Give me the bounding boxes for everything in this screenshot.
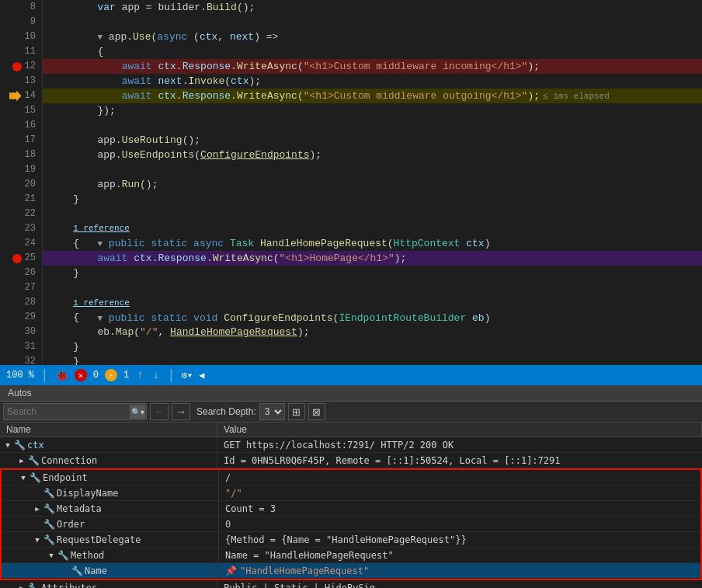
expand-icon[interactable]: ▼ xyxy=(19,473,28,482)
line-29: 29 xyxy=(0,310,36,325)
code-line-13: await next.Invoke(ctx); xyxy=(43,74,702,89)
code-line-30: eb.Map("/", HandleHomePageRequest); xyxy=(43,325,702,339)
wrench-icon: 🔧 xyxy=(43,519,55,530)
nav-back-button[interactable]: ← xyxy=(150,403,169,420)
table-row[interactable]: ▼ 🔧 Method Name = "HandleHomePageRequest… xyxy=(2,548,700,563)
line-21: 21 xyxy=(0,192,36,207)
code-line-10: ▼ app.Use(async (ctx, next) => xyxy=(43,30,702,44)
code-line-23: 1 reference ▼ public static async Task H… xyxy=(43,221,702,236)
wrench-icon: 🔧 xyxy=(57,550,69,561)
cell-name: ▼ 🔧 ctx xyxy=(0,437,217,452)
line-24: 24 xyxy=(0,236,36,251)
var-name: ctx xyxy=(27,440,44,451)
line-26: 26 xyxy=(0,266,36,280)
wrench-icon: 🔧 xyxy=(28,455,40,466)
elapsed-text: ≤ 1ms elapsed xyxy=(543,92,610,101)
nav-down-arrow[interactable]: ↓ xyxy=(151,369,161,381)
var-value: "HandleHomePageRequest" xyxy=(240,565,369,576)
var-name: Attributes xyxy=(41,583,97,589)
line-30: 30 xyxy=(0,325,36,339)
var-name: Method xyxy=(71,550,104,561)
var-name: Name xyxy=(85,565,107,576)
wrench-icon: 🔧 xyxy=(71,565,83,576)
code-line-17: app.UseRouting(); xyxy=(43,133,702,148)
expand-icon[interactable]: ▼ xyxy=(33,535,42,545)
var-name: Metadata xyxy=(57,503,102,514)
code-line-27 xyxy=(43,280,702,295)
var-value: Public | Static | HideBySig xyxy=(224,583,375,589)
cell-value: Id = 0HN5LR0Q6F45P, Remote = [::1]:50524… xyxy=(217,453,702,468)
cell-value: 📌 "HandleHomePageRequest" xyxy=(219,563,700,578)
var-value: 0 xyxy=(225,519,231,530)
pin-column-button[interactable]: ⊞ xyxy=(288,403,305,420)
table-row[interactable]: ▶ 🔧 DisplayName "/" xyxy=(2,485,700,501)
build-icon: ⚙▾ xyxy=(182,370,193,381)
pin-icon[interactable]: 📌 xyxy=(225,565,237,576)
autos-panel: Autos 🔍▾ ← → Search Depth: 3 1 2 4 5 ⊞ ⊠… xyxy=(0,385,702,588)
code-line-31: } xyxy=(43,339,702,354)
nav-up-arrow[interactable]: ↑ xyxy=(135,369,144,381)
code-content: var app = builder.Build(); ▼ app.Use(asy… xyxy=(43,0,702,365)
wrench-icon: 🔧 xyxy=(28,583,40,589)
cell-name: ▶ 🔧 Attributes xyxy=(0,580,217,588)
code-line-16 xyxy=(43,118,702,133)
expand-icon[interactable]: ▶ xyxy=(17,456,26,465)
code-line-12: await ctx.Response.WriteAsync("<h1>Custo… xyxy=(43,59,702,74)
table-row[interactable]: ▶ 🔧 Order 0 xyxy=(2,517,700,532)
code-line-26: } xyxy=(43,266,702,280)
breakpoint-25 xyxy=(12,254,22,263)
autos-header: Autos xyxy=(0,385,702,402)
line-27: 27 xyxy=(0,280,36,295)
wrench-icon: 🔧 xyxy=(43,488,55,499)
nav-forward-button[interactable]: → xyxy=(172,403,190,420)
table-row[interactable]: ▶ 🔧 Name 📌 "HandleHomePageRequest" xyxy=(2,563,700,579)
expand-icon[interactable]: ▼ xyxy=(47,551,56,560)
line-10: 10 xyxy=(0,30,36,44)
line-25: 25 xyxy=(0,251,36,266)
var-value: Count = 3 xyxy=(225,503,276,514)
cell-name: ▼ 🔧 RequestDelegate xyxy=(2,532,219,547)
wrench-icon: 🔧 xyxy=(30,472,41,483)
cell-name: ▶ 🔧 Name xyxy=(2,563,219,578)
table-row[interactable]: ▼ 🔧 Endpoint / xyxy=(2,470,700,485)
expand-icon[interactable]: ▶ xyxy=(33,504,42,513)
expand-all-button[interactable]: ⊠ xyxy=(308,403,325,420)
line-17: 17 xyxy=(0,133,36,148)
autos-toolbar: 🔍▾ ← → Search Depth: 3 1 2 4 5 ⊞ ⊠ xyxy=(0,402,702,423)
line-19: 19 xyxy=(0,162,36,177)
code-line-14: await ctx.Response.WriteAsync("<h1>Custo… xyxy=(43,89,702,103)
var-value: {Method = {Name = "HandleHomePageRequest… xyxy=(225,534,467,545)
var-value: "/" xyxy=(225,488,242,499)
line-8: 8 xyxy=(0,0,36,15)
line-32: 32 xyxy=(0,354,36,365)
code-line-19 xyxy=(43,162,702,177)
cell-value: {Method = {Name = "HandleHomePageRequest… xyxy=(219,532,700,547)
var-value: / xyxy=(225,472,231,483)
cell-value: GET https://localhost:7291/ HTTP/2 200 O… xyxy=(217,437,702,452)
line-15: 15 xyxy=(0,103,36,118)
var-value: Name = "HandleHomePageRequest" xyxy=(225,550,394,561)
table-row[interactable]: ▶ 🔧 Attributes Public | Static | HideByS… xyxy=(0,580,702,588)
table-row[interactable]: ▼ 🔧 RequestDelegate {Method = {Name = "H… xyxy=(2,532,700,548)
table-row[interactable]: ▶ 🔧 Connection Id = 0HN5LR0Q6F45P, Remot… xyxy=(0,453,702,468)
code-line-11: { xyxy=(43,44,702,59)
warning-badge: ⚠ xyxy=(105,369,117,381)
code-line-28: 1 reference ▼ public static void Configu… xyxy=(43,295,702,310)
table-row[interactable]: ▶ 🔧 Metadata Count = 3 xyxy=(2,501,700,517)
depth-select[interactable]: 3 1 2 4 5 xyxy=(259,403,285,420)
code-line-21: } xyxy=(43,192,702,207)
table-row[interactable]: ▼ 🔧 ctx GET https://localhost:7291/ HTTP… xyxy=(0,437,702,453)
code-line-22 xyxy=(43,207,702,221)
cell-value: "/" xyxy=(219,485,700,500)
line-22: 22 xyxy=(0,207,36,221)
code-line-15: }); xyxy=(43,103,702,118)
col-value: Value xyxy=(217,423,702,437)
search-button[interactable]: 🔍▾ xyxy=(130,405,145,419)
expand-icon[interactable]: ▶ xyxy=(17,583,26,589)
var-name: Connection xyxy=(41,455,97,466)
code-editor: 8 9 10 11 12 13 14 15 16 17 18 19 20 21 … xyxy=(0,0,702,365)
search-input[interactable] xyxy=(3,403,147,420)
table-header: Name Value xyxy=(0,423,702,437)
cell-value: Count = 3 xyxy=(219,501,700,516)
expand-icon[interactable]: ▼ xyxy=(3,440,12,450)
